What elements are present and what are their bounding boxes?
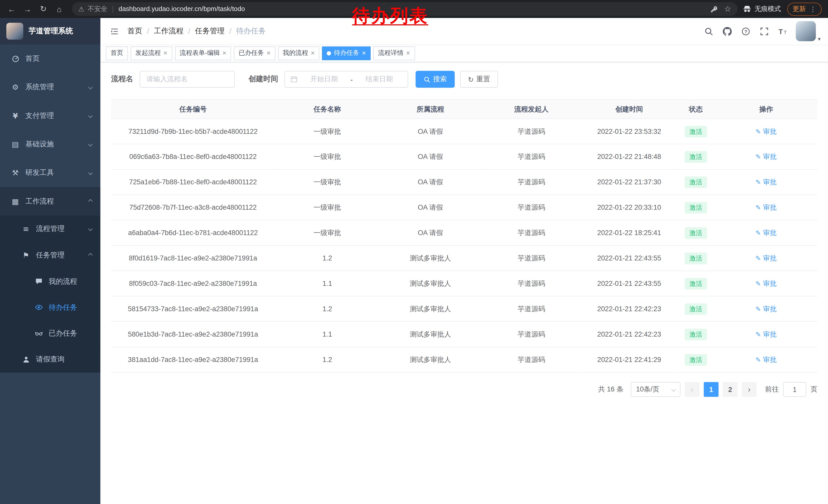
help-icon[interactable]: ? xyxy=(741,27,750,36)
action-cell: ✎审批 xyxy=(715,144,818,170)
sidebar-item-dev-tools[interactable]: ⚒研发工具 xyxy=(0,158,100,187)
action-cell: ✎审批 xyxy=(715,245,818,271)
search-icon[interactable] xyxy=(704,27,713,36)
forward-icon[interactable]: → xyxy=(20,2,35,16)
task-table: 任务编号任务名称所属流程流程发起人创建时间状态操作 73211d9d-7b9b-… xyxy=(111,99,818,373)
task-id-cell: a6aba0a4-7b6d-11ec-b781-acde48001122 xyxy=(111,220,275,245)
breadcrumb-separator: / xyxy=(147,27,149,35)
approve-link[interactable]: ✎审批 xyxy=(756,329,777,339)
approve-link[interactable]: ✎审批 xyxy=(756,253,777,263)
tab-item[interactable]: 发起流程× xyxy=(131,46,172,60)
sidebar-item-label: 已办任务 xyxy=(49,328,92,338)
tab-item[interactable]: 首页 xyxy=(106,46,128,60)
tab-close-icon[interactable]: × xyxy=(362,50,366,57)
not-secure-warning-icon: ⚠ xyxy=(78,5,84,13)
sidebar-item-leave-query[interactable]: 请假查询 xyxy=(0,346,100,372)
active-tab-dot xyxy=(327,51,331,55)
chevron-down-icon xyxy=(88,113,93,118)
sidebar-item-label: 待办任务 xyxy=(49,303,92,312)
annotation-overlay: 待办列表 xyxy=(352,4,428,28)
sidebar-item-infrastructure[interactable]: ▤基础设施 xyxy=(0,130,100,158)
tab-item[interactable]: 流程表单-编辑× xyxy=(175,46,231,60)
approve-link[interactable]: ✎审批 xyxy=(756,152,777,162)
prev-page-button[interactable]: ‹ xyxy=(685,382,700,397)
sidebar-item-workflow[interactable]: ▦工作流程 xyxy=(0,187,100,216)
password-key-icon[interactable] xyxy=(710,5,718,13)
search-button[interactable]: 搜索 xyxy=(416,71,455,88)
approve-label: 审批 xyxy=(763,329,777,339)
breadcrumb-item[interactable]: 首页 xyxy=(127,27,142,36)
action-cell: ✎审批 xyxy=(715,271,818,296)
tab-close-icon[interactable]: × xyxy=(406,50,410,57)
back-icon[interactable]: ← xyxy=(4,2,19,16)
status-cell: 激活 xyxy=(677,245,715,271)
sidebar-collapse-icon[interactable] xyxy=(110,27,119,36)
avatar-caret-icon[interactable]: ▾ xyxy=(818,36,821,42)
initiator-cell: 芋道源码 xyxy=(481,170,582,195)
column-header: 操作 xyxy=(715,100,818,119)
approve-link[interactable]: ✎审批 xyxy=(756,304,777,314)
sidebar-item-task-mgmt[interactable]: ⚑任务管理 xyxy=(0,242,100,268)
task-id-cell: 73211d9d-7b9b-11ec-b5b7-acde48001122 xyxy=(111,119,275,144)
process-name-input[interactable]: 请输入流程名 xyxy=(139,71,235,88)
bookmark-star-icon[interactable]: ☆ xyxy=(724,4,731,13)
page-number[interactable]: 2 xyxy=(723,382,738,397)
tab-close-icon[interactable]: × xyxy=(311,50,315,57)
task-id-cell: 75d72608-7b7f-11ec-a3c8-acde48001122 xyxy=(111,195,275,220)
tab-item[interactable]: 我的流程× xyxy=(278,46,320,60)
edit-icon: ✎ xyxy=(756,305,761,313)
sidebar-item-todo-task[interactable]: 待办任务 xyxy=(0,294,100,320)
tab-close-icon[interactable]: × xyxy=(222,50,226,57)
sidebar-item-process-mgmt[interactable]: ≡流程管理 xyxy=(0,216,100,242)
page-size-select[interactable]: 10条/页 xyxy=(631,382,680,397)
task-id-cell: 381aa1dd-7ac8-11ec-a9e2-a2380e71991a xyxy=(111,347,275,372)
action-cell: ✎审批 xyxy=(715,170,818,195)
sidebar-item-system-mgmt[interactable]: ⚙系统管理 xyxy=(0,73,100,101)
reset-button[interactable]: ↻ 重置 xyxy=(460,71,498,88)
sidebar-item-home[interactable]: 首页 xyxy=(0,44,100,73)
sidebar-item-payment-mgmt[interactable]: ¥支付管理 xyxy=(0,101,100,130)
tab-item[interactable]: 流程详情× xyxy=(373,46,415,60)
more-menu-icon[interactable]: ⋮ xyxy=(810,5,817,13)
approve-link[interactable]: ✎审批 xyxy=(756,355,777,364)
user-avatar[interactable] xyxy=(796,21,816,41)
approve-link[interactable]: ✎审批 xyxy=(756,228,777,237)
status-badge: 激活 xyxy=(685,328,707,340)
sidebar-item-my-process[interactable]: 我的流程 xyxy=(0,268,100,294)
status-cell: 激活 xyxy=(677,347,715,372)
approve-link[interactable]: ✎审批 xyxy=(756,127,777,136)
github-icon[interactable] xyxy=(723,27,732,36)
approve-label: 审批 xyxy=(763,304,777,314)
tab-item[interactable]: 已办任务× xyxy=(234,46,275,60)
fullscreen-icon[interactable] xyxy=(760,27,769,36)
total-count: 共 16 条 xyxy=(598,385,623,394)
breadcrumb-item[interactable]: 任务管理 xyxy=(195,27,224,36)
navbar-icons: ?TT xyxy=(704,27,787,36)
app-root: 芋道管理系统 首页⚙系统管理¥支付管理▤基础设施⚒研发工具▦工作流程≡流程管理⚑… xyxy=(0,18,828,504)
tab-close-icon[interactable]: × xyxy=(163,50,167,57)
home-icon[interactable]: ⌂ xyxy=(52,2,67,16)
page-number[interactable]: 1 xyxy=(704,382,719,397)
process-name-cell: 测试多审批人 xyxy=(380,296,481,321)
reload-icon[interactable]: ↻ xyxy=(36,2,51,16)
tab-label: 我的流程 xyxy=(283,49,308,58)
edit-icon: ✎ xyxy=(756,178,761,186)
tab-close-icon[interactable]: × xyxy=(266,50,271,57)
next-page-button[interactable]: › xyxy=(742,382,757,397)
approve-link[interactable]: ✎审批 xyxy=(756,177,777,187)
status-cell: 激活 xyxy=(677,144,715,170)
chevron-down-icon xyxy=(88,85,93,89)
tab-item[interactable]: 待办任务× xyxy=(322,46,371,60)
font-size-icon[interactable]: TT xyxy=(778,27,787,36)
goto-page-input[interactable]: 1 xyxy=(783,382,806,397)
breadcrumb-item[interactable]: 工作流程 xyxy=(154,27,183,36)
approve-link[interactable]: ✎审批 xyxy=(756,203,777,212)
process-name-cell: OA 请假 xyxy=(380,119,481,144)
column-header: 任务编号 xyxy=(111,100,275,119)
date-range-picker[interactable]: 开始日期 - 结束日期 xyxy=(285,71,408,88)
task-name-cell: 一级审批 xyxy=(275,195,380,220)
tab-bar: 首页发起流程×流程表单-编辑×已办任务×我的流程×待办任务×流程详情× xyxy=(100,44,828,62)
sidebar-item-done-task[interactable]: 已办任务 xyxy=(0,320,100,346)
approve-link[interactable]: ✎审批 xyxy=(756,279,777,288)
update-button[interactable]: 更新 ⋮ xyxy=(787,2,822,16)
